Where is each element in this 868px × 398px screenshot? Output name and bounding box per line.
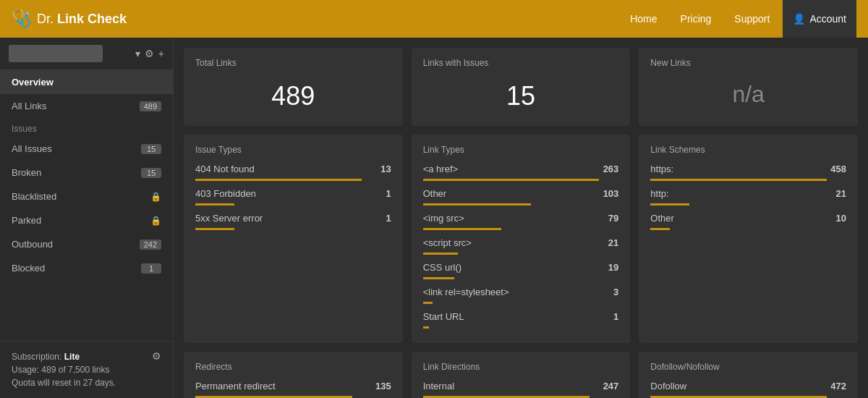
sidebar-top: ▾ ⚙ + xyxy=(0,38,173,70)
add-icon[interactable]: + xyxy=(158,48,164,59)
issue-row-0: 404 Not found 13 xyxy=(195,161,391,177)
settings-icon[interactable]: ⚙ xyxy=(145,48,154,59)
sidebar-item-all-links[interactable]: All Links 489 xyxy=(0,94,173,118)
link-type-row-6: Start URL 1 xyxy=(423,308,619,325)
link-type-row-0: <a href> 263 xyxy=(423,161,619,177)
link-type-row-1: Other 103 xyxy=(423,185,619,202)
scheme-bar-2 xyxy=(650,228,670,230)
lock-icon-blacklisted: 🔒 xyxy=(150,192,161,202)
link-type-bar-6 xyxy=(423,326,429,329)
link-type-row-2: <img src> 79 xyxy=(423,210,619,226)
issue-bar-2 xyxy=(195,228,234,230)
link-type-bar-0 xyxy=(423,179,600,181)
issue-bar-0 xyxy=(195,179,362,181)
sidebar-nav: Overview All Links 489 Issues All Issues… xyxy=(0,70,173,341)
main-layout: ▾ ⚙ + Overview All Links 489 Issues All … xyxy=(0,38,868,398)
link-type-bar-4 xyxy=(423,277,454,279)
link-type-row-5: <link rel=stylesheet> 3 xyxy=(423,284,619,300)
nav-home[interactable]: Home xyxy=(620,7,667,30)
link-types-card: Link Types <a href> 263 Other 103 <img s… xyxy=(412,135,631,343)
scheme-bar-0 xyxy=(650,179,827,181)
link-schemes-card: Link Schemes https: 458 http: 21 Other 1… xyxy=(639,135,858,343)
direction-row-0: Internal 247 xyxy=(423,378,619,394)
link-directions-card: Link Directions Internal 247 Outbound 24… xyxy=(412,352,631,398)
domain-selector[interactable] xyxy=(9,45,103,62)
link-type-bar-3 xyxy=(423,253,459,255)
dropdown-icon[interactable]: ▾ xyxy=(135,48,140,59)
dofollow-nofollow-card: Dofollow/Nofollow Dofollow 472 Nofollow … xyxy=(639,352,858,398)
issue-bar-1 xyxy=(195,203,234,206)
main-nav: Home Pricing Support 👤 Account xyxy=(620,0,856,38)
sidebar-item-broken[interactable]: Broken 15 xyxy=(0,161,173,185)
scheme-row-0: https: 458 xyxy=(650,161,846,177)
nav-pricing[interactable]: Pricing xyxy=(671,7,722,30)
sidebar-item-all-issues[interactable]: All Issues 15 xyxy=(0,137,173,161)
logo: 🩺 Dr. Link Check xyxy=(12,9,127,28)
link-type-row-4: CSS url() 19 xyxy=(423,259,619,276)
issue-types-card: Issue Types 404 Not found 13 403 Forbidd… xyxy=(184,135,403,343)
lock-icon-parked: 🔒 xyxy=(150,216,161,226)
total-links-card: Total Links 489 xyxy=(184,48,403,126)
sidebar-item-blacklisted[interactable]: Blacklisted 🔒 xyxy=(0,185,173,208)
issues-section-header: Issues xyxy=(0,118,173,137)
nav-support[interactable]: Support xyxy=(724,7,780,30)
sidebar-footer: Subscription: Lite Usage: 489 of 7,500 l… xyxy=(0,341,173,398)
follow-row-0: Dofollow 472 xyxy=(650,378,846,394)
scheme-row-2: Other 10 xyxy=(650,210,846,226)
logo-icon: 🩺 xyxy=(12,9,31,28)
link-type-bar-2 xyxy=(423,228,501,230)
sidebar-item-overview[interactable]: Overview xyxy=(0,70,173,94)
account-icon: 👤 xyxy=(793,13,805,25)
footer-settings-icon[interactable]: ⚙ xyxy=(152,350,161,362)
link-type-bar-5 xyxy=(423,302,433,304)
content-area: Total Links 489 Links with Issues 15 New… xyxy=(174,38,868,398)
issue-row-1: 403 Forbidden 1 xyxy=(195,185,391,202)
scheme-bar-1 xyxy=(650,203,689,206)
redirect-row-0: Permanent redirect 135 xyxy=(195,378,391,394)
account-button[interactable]: 👤 Account xyxy=(783,0,856,38)
sidebar: ▾ ⚙ + Overview All Links 489 Issues All … xyxy=(0,38,174,398)
header: 🩺 Dr. Link Check Home Pricing Support 👤 … xyxy=(0,0,868,38)
new-links-card: New Links n/a xyxy=(639,48,858,126)
issue-row-2: 5xx Server error 1 xyxy=(195,210,391,226)
link-type-bar-1 xyxy=(423,203,531,206)
scheme-row-1: http: 21 xyxy=(650,185,846,202)
logo-text: Dr. Link Check xyxy=(37,12,127,27)
link-type-row-3: <script src> 21 xyxy=(423,234,619,251)
redirects-card: Redirects Permanent redirect 135 Tempora… xyxy=(184,352,403,398)
sidebar-item-outbound[interactable]: Outbound 242 xyxy=(0,232,173,256)
sidebar-item-blocked[interactable]: Blocked 1 xyxy=(0,256,173,280)
sidebar-item-parked[interactable]: Parked 🔒 xyxy=(0,208,173,232)
links-with-issues-card: Links with Issues 15 xyxy=(412,48,631,126)
